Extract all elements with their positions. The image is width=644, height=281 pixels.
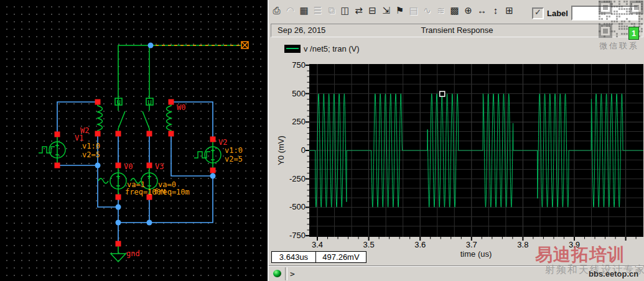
strip-mode-icon: ☰ bbox=[311, 3, 324, 17]
overlay-window-icon[interactable]: ⊟ bbox=[366, 3, 379, 17]
command-separator bbox=[285, 267, 287, 280]
gnd-symbol[interactable] bbox=[111, 254, 126, 262]
waveform-plot[interactable]: 3.43.53.63.73.83.97505002500-250-500-750… bbox=[269, 59, 644, 265]
svg-text:750: 750 bbox=[292, 60, 306, 70]
trace-legend-label: v /net5; tran (V) bbox=[304, 44, 360, 53]
status-led-icon bbox=[273, 270, 281, 277]
redraw-icon: ◠ bbox=[284, 3, 297, 17]
cursor-x-readout: 3.643us bbox=[272, 252, 316, 262]
label-checkbox[interactable]: ✓ bbox=[532, 7, 544, 19]
label-v1: V1 bbox=[75, 134, 83, 142]
add-label-icon[interactable]: ⚑ bbox=[393, 3, 406, 17]
composite-mode-icon: ⧉ bbox=[325, 3, 338, 17]
y-axis-title: Y0 (mV) bbox=[276, 136, 286, 165]
instance-pins[interactable] bbox=[55, 99, 216, 247]
label-w2: W2 bbox=[80, 126, 89, 135]
svg-text:3.8: 3.8 bbox=[517, 240, 528, 249]
svg-text:3.7: 3.7 bbox=[466, 240, 477, 249]
grid-icon[interactable]: ▦ bbox=[297, 3, 310, 17]
zoom-x-icon[interactable]: ↔ bbox=[475, 3, 488, 17]
command-prompt: > bbox=[290, 269, 295, 279]
trace-color-swatch bbox=[284, 45, 301, 53]
vsource-v0[interactable] bbox=[98, 173, 126, 189]
svg-text:500: 500 bbox=[292, 89, 306, 98]
vsource-v1[interactable] bbox=[39, 142, 65, 158]
swap-subwindow-icon[interactable]: ⇄ bbox=[352, 3, 365, 17]
waveform-viewer-window: ⎙◠▦☰⧉◫⇄⊟⇲⚑▤∿≋▩⊕↔↕⊞ ✓ Label Sep 26, 2015 … bbox=[268, 0, 644, 281]
label-w0: W0 bbox=[177, 103, 185, 112]
svg-text:-750: -750 bbox=[289, 231, 306, 240]
switch-terminal-label: u bbox=[147, 98, 152, 106]
svg-text:-250: -250 bbox=[289, 174, 306, 183]
command-bar[interactable]: > bbox=[269, 265, 644, 281]
schematic-wires-blue[interactable] bbox=[57, 102, 213, 244]
label-input[interactable] bbox=[571, 6, 638, 21]
output-port[interactable] bbox=[241, 42, 248, 48]
data-table-icon: ▤ bbox=[407, 3, 420, 17]
x-axis-title: time (us) bbox=[460, 249, 492, 259]
print-icon[interactable]: ⎙ bbox=[270, 3, 283, 17]
param-v2-v2: v2=5 bbox=[225, 155, 243, 164]
label-v2: V2 bbox=[218, 138, 227, 147]
svg-text:3.5: 3.5 bbox=[363, 240, 375, 249]
plot-title: Transient Response bbox=[271, 25, 643, 35]
cursor-readout: 3.643us 497.26mV bbox=[271, 251, 366, 263]
svg-text:250: 250 bbox=[292, 117, 306, 126]
svg-text:-500: -500 bbox=[289, 202, 306, 211]
svg-text:3.4: 3.4 bbox=[312, 240, 323, 249]
param-v3-freq: freq=10m bbox=[154, 188, 190, 196]
svg-text:0: 0 bbox=[301, 145, 306, 155]
zoom-fit-icon[interactable]: ⊕ bbox=[462, 3, 475, 17]
zoom-region-icon[interactable]: ⊞ bbox=[503, 3, 516, 17]
relay-w2[interactable] bbox=[98, 98, 125, 134]
calculator-icon[interactable]: ▩ bbox=[448, 3, 461, 17]
param-v1-v1: v1:0 bbox=[82, 142, 100, 150]
application-window: u u V1 W2 W0 V0 V3 V2 gnd v1:0 v2=5 v1:0… bbox=[0, 0, 644, 281]
wave-vs-wave-icon: ∿ bbox=[421, 3, 434, 17]
svg-text:3.6: 3.6 bbox=[414, 240, 426, 249]
svg-text:3.9: 3.9 bbox=[569, 240, 580, 249]
param-v2-v1: v1:0 bbox=[225, 146, 243, 155]
eye-diagram-icon: ≋ bbox=[434, 3, 447, 17]
schematic-canvas[interactable]: u u V1 W2 W0 V0 V3 V2 gnd v1:0 v2=5 v1:0… bbox=[0, 0, 268, 281]
label-v0: V0 bbox=[124, 162, 133, 171]
param-v1-v2: v2=5 bbox=[82, 150, 100, 159]
vsource-v2[interactable] bbox=[194, 147, 221, 163]
relay-w0[interactable] bbox=[142, 98, 171, 134]
label-checkbox-label: Label bbox=[547, 9, 568, 18]
zoom-y-icon[interactable]: ↕ bbox=[489, 3, 502, 17]
label-v3: V3 bbox=[155, 162, 164, 171]
plot-header-bar: Sep 26, 2015 Transient Response bbox=[271, 24, 643, 37]
cursor-y-readout: 497.26mV bbox=[316, 252, 366, 262]
split-window-icon[interactable]: ◫ bbox=[338, 3, 352, 17]
new-subwindow-icon[interactable]: ⇲ bbox=[380, 3, 393, 17]
label-gnd: gnd bbox=[126, 249, 140, 258]
switch-terminal-label: u bbox=[116, 98, 121, 106]
viewer-toolbar: ⎙◠▦☰⧉◫⇄⊟⇲⚑▤∿≋▩⊕↔↕⊞ bbox=[270, 2, 516, 19]
wire-junctions bbox=[95, 43, 216, 226]
